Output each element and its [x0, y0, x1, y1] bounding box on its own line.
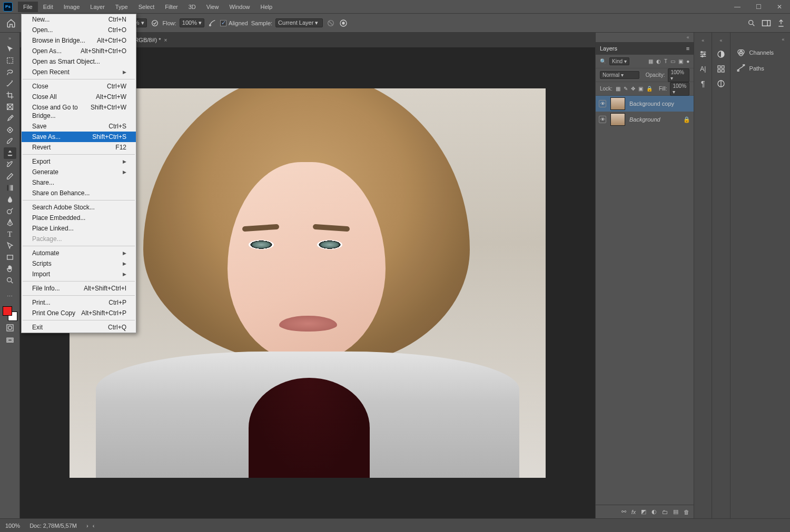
lock-all-icon[interactable]: 🔒 — [646, 86, 653, 92]
menu-item-search-adobe-stock[interactable]: Search Adobe Stock... — [22, 202, 136, 213]
menu-item-file-info[interactable]: File Info...Alt+Shift+Ctrl+I — [22, 283, 136, 294]
quick-mask-icon[interactable] — [4, 322, 16, 334]
pen-tool[interactable] — [4, 217, 16, 228]
layer-thumbnail[interactable] — [610, 97, 625, 110]
status-arrow-icon[interactable]: › — [86, 523, 88, 529]
blur-tool[interactable] — [4, 194, 16, 205]
menu-item-close-all[interactable]: Close AllAlt+Ctrl+W — [22, 92, 136, 102]
share-icon[interactable] — [776, 18, 786, 28]
panel-menu-icon[interactable]: ≡ — [686, 45, 689, 52]
menu-select[interactable]: Select — [133, 2, 160, 12]
airbrush-icon[interactable] — [208, 18, 217, 28]
menu-3d[interactable]: 3D — [183, 2, 201, 12]
path-select-tool[interactable] — [4, 240, 16, 252]
mask-icon[interactable]: ◩ — [641, 508, 646, 515]
link-layers-icon[interactable]: ⚯ — [621, 508, 626, 515]
properties-panel-icon[interactable] — [698, 49, 708, 59]
filter-pixel-icon[interactable]: ▦ — [648, 58, 653, 64]
foreground-color-swatch[interactable] — [3, 306, 12, 316]
menu-layer[interactable]: Layer — [85, 2, 110, 12]
group-icon[interactable]: 🗀 — [662, 509, 668, 515]
blend-mode-select[interactable]: Normal ▾ — [600, 71, 639, 79]
menu-type[interactable]: Type — [110, 2, 133, 12]
menu-edit[interactable]: Edit — [38, 2, 58, 12]
menu-item-save[interactable]: SaveCtrl+S — [22, 121, 136, 132]
filter-adjust-icon[interactable]: ◐ — [656, 58, 661, 64]
menu-item-import[interactable]: Import▶ — [22, 269, 136, 279]
new-layer-icon[interactable]: ▤ — [673, 508, 678, 515]
menu-item-open-as[interactable]: Open As...Alt+Shift+Ctrl+O — [22, 46, 136, 56]
search-icon[interactable] — [747, 18, 756, 28]
workspace-switcher-icon[interactable] — [762, 18, 771, 28]
aligned-checkbox[interactable]: ✓Aligned — [220, 20, 248, 26]
gradient-tool[interactable] — [4, 182, 16, 194]
color-panel-icon[interactable] — [716, 49, 726, 59]
collapse-toolbar[interactable]: » — [6, 35, 14, 42]
menu-item-open-as-smart-object[interactable]: Open as Smart Object... — [22, 56, 136, 67]
edit-toolbar-icon[interactable]: ⋯ — [4, 290, 16, 302]
healing-tool[interactable] — [4, 124, 16, 136]
layer-name[interactable]: Background copy — [629, 101, 674, 107]
history-brush-tool[interactable] — [4, 159, 16, 170]
adjustment-icon[interactable]: ◐ — [651, 508, 657, 515]
menu-item-revert[interactable]: RevertF12 — [22, 142, 136, 153]
eyedropper-tool[interactable] — [4, 113, 16, 124]
home-button[interactable] — [4, 16, 18, 30]
frame-tool[interactable] — [4, 101, 16, 113]
adjustments-panel-icon[interactable] — [716, 79, 726, 88]
layer-row[interactable]: 👁Background🔒 — [596, 112, 694, 127]
zoom-tool[interactable] — [4, 275, 16, 286]
delete-layer-icon[interactable]: 🗑 — [684, 509, 689, 515]
menu-item-generate[interactable]: Generate▶ — [22, 167, 136, 177]
ignore-adjustments-icon[interactable] — [326, 18, 335, 28]
marquee-tool[interactable] — [4, 55, 16, 66]
rectangle-tool[interactable] — [4, 252, 16, 263]
collapse-panel[interactable]: « — [684, 34, 692, 41]
lock-position-icon[interactable]: ✥ — [631, 86, 635, 92]
menu-item-exit[interactable]: ExitCtrl+Q — [22, 322, 136, 333]
move-tool[interactable] — [4, 43, 16, 55]
sample-select[interactable]: Current Layer ▾ — [275, 18, 323, 27]
layer-filter-type[interactable]: Kind ▾ — [609, 57, 629, 65]
lasso-tool[interactable] — [4, 66, 16, 78]
layer-fill-select[interactable]: 100% ▾ — [670, 82, 689, 96]
filter-smart-icon[interactable]: ▣ — [678, 58, 683, 64]
visibility-toggle-icon[interactable]: 👁 — [599, 116, 606, 123]
document-size[interactable]: Doc: 2,78M/5,57M — [29, 523, 77, 529]
menu-window[interactable]: Window — [224, 2, 255, 12]
flow-select[interactable]: 100% ▾ — [180, 18, 204, 27]
menu-item-share-on-behance[interactable]: Share on Behance... — [22, 188, 136, 198]
filter-shape-icon[interactable]: ▭ — [670, 58, 675, 64]
menu-file[interactable]: File — [18, 2, 38, 12]
menu-help[interactable]: Help — [255, 2, 278, 12]
pressure-size-icon[interactable] — [339, 18, 348, 28]
visibility-toggle-icon[interactable]: 👁 — [599, 100, 606, 107]
menu-item-close[interactable]: CloseCtrl+W — [22, 81, 136, 92]
menu-item-save-as[interactable]: Save As...Shift+Ctrl+S — [22, 132, 136, 142]
filter-type-icon[interactable]: T — [664, 58, 667, 64]
menu-item-open[interactable]: Open...Ctrl+O — [22, 25, 136, 35]
hand-tool[interactable] — [4, 263, 16, 275]
menu-item-place-linked[interactable]: Place Linked... — [22, 223, 136, 234]
menu-item-print-one-copy[interactable]: Print One CopyAlt+Shift+Ctrl+P — [22, 308, 136, 318]
screen-mode-icon[interactable] — [4, 335, 16, 346]
magic-wand-tool[interactable] — [4, 78, 16, 89]
maximize-button[interactable]: ☐ — [748, 1, 769, 13]
close-tab-icon[interactable]: × — [164, 37, 167, 43]
minimize-button[interactable]: — — [727, 1, 748, 13]
menu-view[interactable]: View — [201, 2, 224, 12]
menu-item-new[interactable]: New...Ctrl+N — [22, 14, 136, 25]
character-panel-icon[interactable]: A| — [698, 64, 708, 74]
status-arrow-icon[interactable]: ‹ — [93, 523, 95, 529]
menu-item-open-recent[interactable]: Open Recent▶ — [22, 67, 136, 77]
eraser-tool[interactable] — [4, 170, 16, 182]
layer-thumbnail[interactable] — [610, 113, 625, 126]
layer-row[interactable]: 👁Background copy — [596, 96, 694, 112]
menu-item-browse-in-bridge[interactable]: Browse in Bridge...Alt+Ctrl+O — [22, 35, 136, 46]
paths-panel-button[interactable]: Paths — [734, 62, 787, 75]
swatches-panel-icon[interactable] — [716, 64, 726, 74]
brush-tool[interactable] — [4, 136, 16, 147]
paragraph-panel-icon[interactable]: ¶ — [698, 79, 708, 88]
channels-panel-button[interactable]: Channels — [734, 46, 787, 59]
layer-name[interactable]: Background — [629, 116, 660, 123]
